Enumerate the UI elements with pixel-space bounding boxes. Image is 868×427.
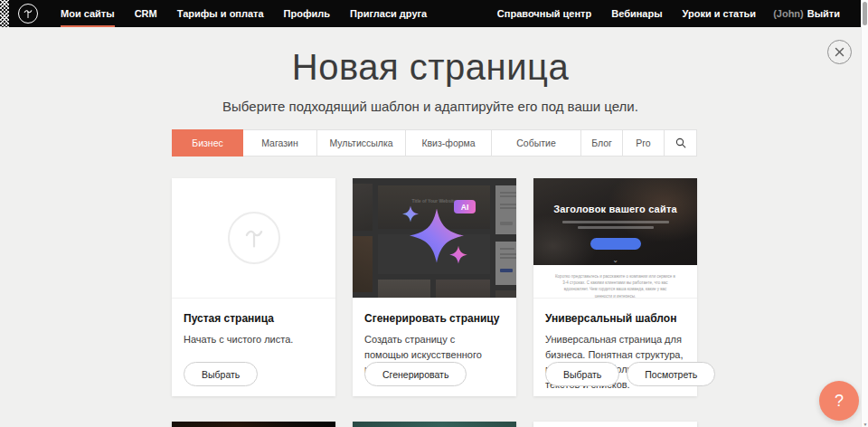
- search-icon: [675, 138, 686, 148]
- nav-webinars[interactable]: Вебинары: [601, 0, 672, 27]
- card-title: Пустая страница: [184, 312, 324, 325]
- tab-event[interactable]: Событие: [491, 129, 581, 157]
- close-icon: [835, 47, 844, 57]
- scrollbar-thumb[interactable]: [863, 2, 867, 25]
- card-title: Сгенерировать страницу: [364, 312, 505, 325]
- card-description: Начать с чистого листа.: [184, 332, 324, 347]
- card-title: Универсальный шаблон: [545, 312, 685, 325]
- tab-multilink[interactable]: Мультиссылка: [316, 129, 406, 157]
- tab-business[interactable]: Бизнес: [172, 129, 243, 157]
- tilda-logo-icon: [22, 7, 34, 20]
- template-card-partial[interactable]: [172, 422, 335, 427]
- user-name: (John): [773, 8, 804, 19]
- tilda-logo[interactable]: [18, 4, 38, 24]
- scrollbar-down-arrow[interactable]: ▼: [862, 422, 868, 427]
- template-card-universal: Заголовок вашего сайта ⌄ Коротко предста…: [533, 178, 697, 396]
- template-hero-title: Заголовок вашего сайта: [533, 204, 697, 214]
- nav-invite-friend[interactable]: Пригласи друга: [340, 0, 437, 27]
- ai-badge: AI: [454, 200, 476, 214]
- nav-lessons-articles[interactable]: Уроки и статьи: [673, 0, 767, 27]
- template-about-section: Коротко представьтесь и расскажите о ком…: [533, 265, 697, 299]
- page-title: Новая страница: [0, 47, 861, 88]
- tab-pro[interactable]: Pro: [622, 129, 665, 157]
- chevron-down-icon: ⌄: [612, 256, 618, 264]
- template-category-tabs: Бизнес Магазин Мультиссылка Квиз-форма С…: [172, 129, 698, 157]
- page-scrollbar[interactable]: ▼: [861, 0, 868, 427]
- template-card-partial[interactable]: [533, 422, 697, 427]
- template-hero-subtitle-line: [562, 221, 669, 223]
- preview-universal-button[interactable]: Посмотреть: [627, 362, 715, 386]
- tab-search[interactable]: [664, 129, 697, 157]
- template-card-partial[interactable]: [353, 422, 516, 427]
- template-card-ai-generate: Title of Your Website: [353, 178, 516, 396]
- top-navbar: Мои сайты CRM Тарифы и оплата Профиль Пр…: [0, 0, 868, 27]
- choose-blank-button[interactable]: Выбрать: [184, 362, 258, 386]
- secondary-nav: Справочный центр Вебинары Уроки и статьи…: [487, 0, 850, 27]
- tab-store[interactable]: Магазин: [242, 129, 317, 157]
- help-button[interactable]: ?: [819, 381, 859, 421]
- generate-button[interactable]: Сгенерировать: [364, 362, 467, 386]
- close-button[interactable]: [827, 40, 852, 64]
- blank-page-preview: [172, 178, 335, 299]
- primary-nav: Мои сайты CRM Тарифы и оплата Профиль Пр…: [51, 0, 437, 27]
- nav-plans-payment[interactable]: Тарифы и оплата: [167, 0, 274, 27]
- edge-texture: [0, 0, 9, 27]
- template-hero-subtitle-line: [578, 226, 654, 229]
- page-subtitle: Выберите подходящий шаблон и адаптируйте…: [0, 99, 861, 114]
- ai-preview: Title of Your Website: [353, 178, 516, 299]
- template-card-blank-page: Пустая страница Начать с чистого листа. …: [172, 178, 335, 396]
- tab-quiz-form[interactable]: Квиз-форма: [405, 129, 492, 157]
- template-about-text: Коротко представьтесь и расскажите о ком…: [555, 273, 675, 299]
- nav-profile[interactable]: Профиль: [274, 0, 340, 27]
- template-hero: Заголовок вашего сайта ⌄: [533, 178, 697, 265]
- tilda-watermark-icon: [228, 212, 280, 264]
- universal-template-preview: Заголовок вашего сайта ⌄ Коротко предста…: [533, 178, 697, 299]
- tab-blog[interactable]: Блог: [580, 129, 623, 157]
- template-hero-button: [590, 238, 641, 250]
- question-mark-icon: ?: [835, 392, 844, 411]
- choose-universal-button[interactable]: Выбрать: [545, 362, 619, 386]
- nav-help-center[interactable]: Справочный центр: [487, 0, 601, 27]
- nav-my-sites[interactable]: Мои сайты: [51, 0, 125, 27]
- nav-crm[interactable]: CRM: [125, 0, 167, 27]
- logout-link[interactable]: Выйти: [807, 0, 850, 27]
